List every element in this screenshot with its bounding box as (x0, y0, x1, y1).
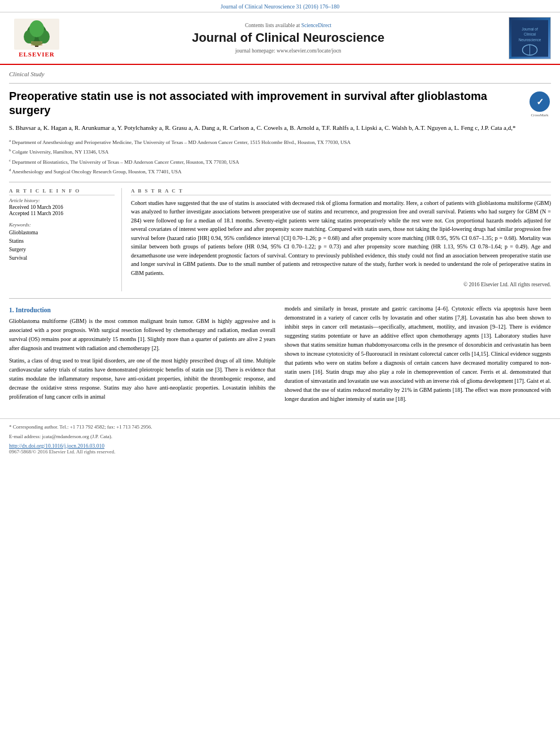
doi-link[interactable]: http://dx.doi.org/10.1016/j.jocn.2016.03… (9, 443, 104, 449)
body-divider (9, 298, 551, 299)
svg-text:Neuroscience: Neuroscience (519, 37, 541, 41)
intro-heading: 1. Introduction (9, 307, 275, 313)
article-info-column: A R T I C L E I N F O Article history: R… (9, 188, 122, 291)
contents-available-line: Contents lists available at ScienceDirec… (68, 23, 509, 28)
svg-text:Journal of: Journal of (522, 27, 538, 31)
cover-image-svg: Journal of Clinical Neuroscience (511, 19, 548, 58)
article-info-title: A R T I C L E I N F O (9, 188, 115, 195)
body-columns: 1. Introduction Glioblastoma multiforme … (9, 304, 551, 407)
article-content: Clinical Study Preoperative statin use i… (0, 65, 560, 413)
intro-text-right: models and similarly in breast, prostate… (285, 304, 551, 404)
crossmark-badge: ✓ CrossMark (528, 91, 551, 117)
affiliation-d: d Anesthesiology and Surgical Oncology R… (9, 167, 551, 176)
svg-rect-6 (31, 41, 42, 46)
body-col-right: models and similarly in breast, prostate… (285, 304, 551, 407)
article-footer: * Corresponding author. Tel.: +1 713 792… (0, 418, 560, 457)
keyword-1: Glioblastoma (9, 229, 115, 237)
journal-cover-image: Journal of Clinical Neuroscience (509, 17, 551, 59)
article-history: Article history: Received 10 March 2016 … (9, 198, 115, 216)
journal-title-block: Contents lists available at ScienceDirec… (68, 23, 509, 53)
abstract-copyright: © 2016 Elsevier Ltd. All rights reserved… (131, 281, 551, 289)
keyword-2: Statins (9, 237, 115, 246)
abstract-column: A B S T R A C T Cohort studies have sugg… (131, 188, 551, 291)
abstract-body: Cohort studies have suggested that the u… (131, 199, 551, 278)
article-title-row: Preoperative statin use is not associate… (9, 89, 551, 117)
article-type: Clinical Study (9, 71, 551, 77)
svg-text:Clinical: Clinical (524, 32, 536, 36)
sciencedirect-link[interactable]: ScienceDirect (301, 23, 331, 28)
affiliation-a: a Department of Anesthesiology and Perio… (9, 138, 551, 147)
intro-para-2: Statins, a class of drug used to treat l… (9, 356, 275, 401)
crossmark-icon: ✓ (530, 91, 550, 112)
keywords-section: Keywords: Glioblastoma Statins Surgery S… (9, 222, 115, 263)
keywords-list: Glioblastoma Statins Surgery Survival (9, 229, 115, 263)
page: Journal of Clinical Neuroscience 31 (201… (0, 0, 560, 747)
abstract-title: A B S T R A C T (131, 188, 551, 195)
authors-text: S. Bhavsar a, K. Hagan a, R. Arunkumar a… (9, 124, 515, 131)
accepted-date: Accepted 11 March 2016 (9, 211, 115, 216)
elsevier-logo: ELSEVIER (6, 19, 68, 58)
received-date: Received 10 March 2016 (9, 204, 115, 210)
keyword-4: Survival (9, 254, 115, 263)
affiliations-block: a Department of Anesthesiology and Perio… (9, 138, 551, 182)
intro-para-1: Glioblastoma multiforme (GBM) is the mos… (9, 317, 275, 353)
footer-note-1: * Corresponding author. Tel.: +1 713 792… (9, 423, 551, 431)
journal-citation: Journal of Clinical Neuroscience 31 (201… (221, 3, 340, 10)
journal-top-bar: Journal of Clinical Neuroscience 31 (201… (0, 0, 560, 12)
journal-header: ELSEVIER Contents lists available at Sci… (0, 12, 560, 65)
crossmark-label: CrossMark (531, 113, 548, 117)
intro-para-right-1: models and similarly in breast, prostate… (285, 304, 551, 404)
body-col-left: 1. Introduction Glioblastoma multiforme … (9, 304, 275, 407)
affiliation-b: b Colgate University, Hamilton, NY 13346… (9, 147, 551, 156)
footer-note-2: E-mail address: jcata@mdanderson.org (J.… (9, 433, 551, 441)
authors-line: S. Bhavsar a, K. Hagan a, R. Arunkumar a… (9, 123, 551, 133)
affiliation-c: c Department of Biostatistics, The Unive… (9, 158, 551, 167)
keywords-label: Keywords: (9, 222, 115, 228)
footer-links: http://dx.doi.org/10.1016/j.jocn.2016.03… (9, 443, 551, 449)
elsevier-tree-icon (14, 19, 59, 50)
journal-homepage: journal homepage: www.elsevier.com/locat… (68, 48, 509, 54)
intro-text-left: Glioblastoma multiforme (GBM) is the mos… (9, 317, 275, 401)
keyword-3: Surgery (9, 246, 115, 254)
article-title: Preoperative statin use is not associate… (9, 89, 528, 117)
abstract-text: Cohort studies have suggested that the u… (131, 199, 551, 289)
info-abstract-columns: A R T I C L E I N F O Article history: R… (9, 188, 551, 291)
history-label: Article history: (9, 198, 115, 203)
journal-title: Journal of Clinical Neuroscience (68, 30, 509, 45)
type-divider (9, 83, 551, 84)
elsevier-brand: ELSEVIER (19, 51, 55, 58)
footer-copyright: 0967-5868/© 2016 Elsevier Ltd. All right… (9, 449, 551, 455)
svg-point-5 (29, 20, 44, 37)
